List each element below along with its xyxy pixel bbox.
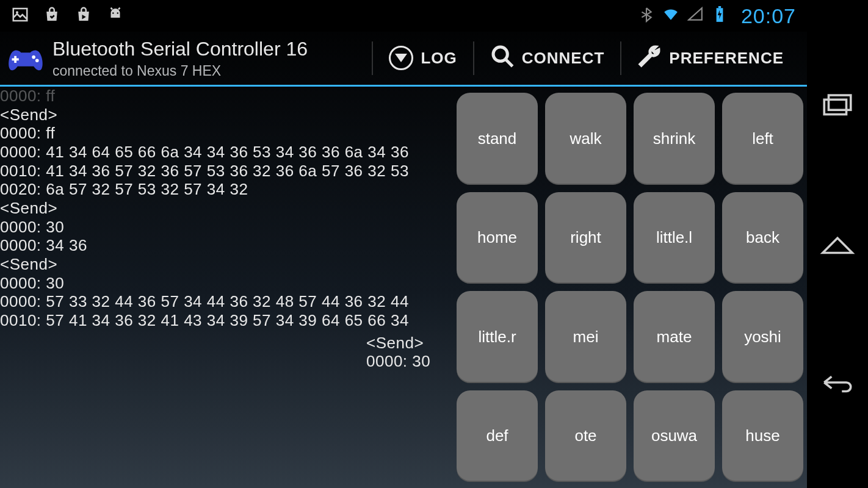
device-frame: 20:07 Bluetooth Serial Controller 16 con… <box>0 0 868 488</box>
log-line: 0000: 30 <box>0 218 453 237</box>
key-back[interactable]: back <box>722 192 803 284</box>
screen: 20:07 Bluetooth Serial Controller 16 con… <box>0 0 807 488</box>
log-line: <Send> <box>0 255 453 274</box>
log-line: 0000: 41 34 64 65 66 6a 34 34 36 53 34 3… <box>0 143 453 162</box>
app-icon <box>7 43 44 74</box>
app-title: Bluetooth Serial Controller 16 <box>52 38 308 60</box>
app-subtitle: connected to Nexus 7 HEX <box>52 63 308 79</box>
key-shrink[interactable]: shrink <box>634 93 715 185</box>
log-line: <Send> <box>0 199 453 218</box>
wrench-icon <box>637 44 662 73</box>
preference-action-label: PREFERENCE <box>669 49 784 68</box>
connect-action[interactable]: CONNECT <box>473 41 621 76</box>
svg-point-1 <box>112 12 114 14</box>
key-little-l[interactable]: little.l <box>634 192 715 284</box>
log-line: 0020: 6a 57 32 57 53 32 57 34 32 <box>0 180 453 199</box>
battery-icon <box>712 6 728 26</box>
gallery-icon <box>11 5 29 26</box>
key-little-r[interactable]: little.r <box>457 291 538 383</box>
key-left[interactable]: left <box>722 93 803 185</box>
key-right[interactable]: right <box>545 192 626 284</box>
log-line: <Send> <box>0 106 453 124</box>
key-stand[interactable]: stand <box>457 93 538 185</box>
log-panel[interactable]: 0000: ff <Send> 0000: ff 0000: 41 34 64 … <box>0 87 453 488</box>
dropdown-icon <box>389 46 413 70</box>
key-huse[interactable]: huse <box>722 390 803 483</box>
svg-point-5 <box>32 56 35 59</box>
svg-point-6 <box>35 59 39 62</box>
log-line: 0000: 30 <box>0 274 453 293</box>
preference-action[interactable]: PREFERENCE <box>620 41 800 76</box>
play-store-icon <box>74 5 93 26</box>
store-icon <box>43 5 61 26</box>
system-navbar <box>807 0 868 488</box>
key-mate[interactable]: mate <box>634 291 715 383</box>
status-clock: 20:07 <box>741 4 796 28</box>
log-line: 0010: 57 41 34 36 32 41 43 34 39 57 34 3… <box>0 311 453 330</box>
log-line: 0000: ff <box>0 87 453 106</box>
connect-action-label: CONNECT <box>522 49 605 68</box>
log-line: <Send> <box>366 334 424 353</box>
key-mei[interactable]: mei <box>545 291 626 383</box>
bluetooth-icon <box>638 6 654 26</box>
key-yoshi[interactable]: yoshi <box>722 291 803 383</box>
log-line: 0000: ff <box>0 124 453 143</box>
log-line: 0000: 30 <box>366 352 430 371</box>
log-action-label: LOG <box>421 49 457 68</box>
svg-point-2 <box>117 12 119 14</box>
key-def[interactable]: def <box>457 390 538 483</box>
action-bar: Bluetooth Serial Controller 16 connected… <box>0 32 807 87</box>
key-home[interactable]: home <box>457 192 538 284</box>
android-icon <box>106 5 125 26</box>
svg-rect-8 <box>12 59 19 61</box>
svg-rect-4 <box>718 6 721 8</box>
content-area: 0000: ff <Send> 0000: ff 0000: 41 34 64 … <box>0 87 807 488</box>
wifi-icon <box>663 6 679 26</box>
back-button[interactable] <box>813 358 862 407</box>
key-ote[interactable]: ote <box>545 390 626 483</box>
recent-apps-button[interactable] <box>813 81 862 130</box>
log-line: 0000: 57 33 32 44 36 57 34 44 36 32 48 5… <box>0 292 453 311</box>
svg-point-0 <box>16 11 18 13</box>
key-osuwa[interactable]: osuwa <box>634 390 715 483</box>
search-icon <box>490 44 515 73</box>
status-bar: 20:07 <box>0 0 807 32</box>
signal-icon <box>687 6 703 26</box>
log-line: 0000: 34 36 <box>0 236 453 255</box>
keypad: stand walk shrink left home right little… <box>453 87 807 488</box>
svg-point-9 <box>493 47 507 61</box>
log-line: 0010: 41 34 36 57 32 36 57 53 36 32 36 6… <box>0 162 453 181</box>
key-walk[interactable]: walk <box>545 93 626 185</box>
home-button[interactable] <box>813 220 862 268</box>
log-action[interactable]: LOG <box>372 41 472 76</box>
